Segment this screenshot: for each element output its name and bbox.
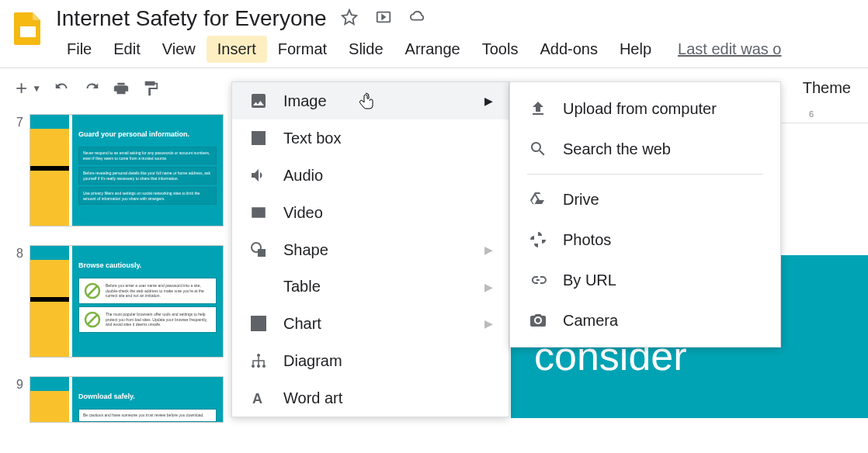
menu-file[interactable]: File (56, 36, 102, 63)
svg-point-13 (262, 365, 266, 368)
svg-point-10 (257, 354, 260, 357)
cloud-status-icon[interactable] (409, 9, 426, 29)
chart-icon (248, 314, 269, 333)
insert-audio[interactable]: Audio (232, 157, 509, 194)
svg-text:A: A (252, 391, 262, 406)
slide-thumbnail-7[interactable]: Guard your personal information. Never r… (30, 114, 224, 226)
menu-addons[interactable]: Add-ons (529, 36, 609, 63)
print-button[interactable] (113, 80, 130, 97)
image-icon (248, 92, 269, 110)
thumb-number: 7 (9, 114, 30, 130)
theme-button[interactable]: Theme (803, 79, 851, 97)
image-photos[interactable]: Photos (510, 220, 780, 260)
slides-logo[interactable] (9, 9, 47, 47)
menu-view[interactable]: View (151, 36, 207, 63)
image-upload-from-computer[interactable]: Upload from computer (510, 88, 780, 129)
menu-help[interactable]: Help (609, 36, 662, 63)
search-icon (527, 140, 549, 158)
camera-icon (527, 311, 549, 330)
diagram-icon (248, 351, 269, 370)
new-slide-dropdown[interactable]: ▼ (32, 83, 41, 94)
image-submenu: Upload from computer Search the web Driv… (509, 81, 781, 348)
thumb-number: 8 (9, 245, 30, 261)
link-icon (527, 271, 549, 289)
insert-table[interactable]: Table ▶ (232, 268, 509, 305)
last-edit-link[interactable]: Last edit was o (678, 40, 781, 58)
insert-diagram[interactable]: Diagram (232, 342, 509, 379)
video-icon (248, 203, 269, 222)
upload-icon (527, 99, 549, 118)
chevron-right-icon: ▶ (484, 95, 493, 107)
redo-button[interactable] (83, 80, 100, 97)
photos-icon (527, 230, 549, 249)
no-sign-icon (83, 310, 102, 329)
insert-chart[interactable]: Chart ▶ (232, 305, 509, 342)
svg-rect-0 (20, 26, 36, 37)
svg-line-5 (88, 315, 97, 324)
slide-thumbnail-9[interactable]: Download safely. Be cautious and have so… (30, 376, 224, 423)
shape-icon (248, 240, 269, 259)
menu-slide[interactable]: Slide (338, 36, 394, 63)
paint-format-button[interactable] (142, 80, 159, 97)
insert-video[interactable]: Video (232, 194, 509, 231)
wordart-icon: A (248, 389, 269, 407)
image-drive[interactable]: Drive (510, 179, 780, 220)
document-title[interactable]: Internet Safety for Everyone (56, 6, 327, 31)
mouse-cursor (359, 92, 377, 118)
no-sign-icon (83, 282, 102, 300)
insert-dropdown-menu: Image ▶ Text box Audio Video Shape ▶ Tab… (231, 81, 509, 417)
undo-button[interactable] (54, 80, 71, 97)
menu-format[interactable]: Format (267, 36, 338, 63)
svg-rect-8 (258, 249, 266, 257)
thumb-number: 9 (9, 376, 30, 392)
chevron-right-icon: ▶ (484, 317, 493, 330)
insert-wordart[interactable]: A Word art (232, 379, 509, 417)
image-search-web[interactable]: Search the web (510, 129, 780, 169)
audio-icon (248, 166, 269, 185)
insert-textbox[interactable]: Text box (232, 119, 509, 157)
slide-thumbnail-panel: 7 Guard your personal information. Never… (0, 108, 231, 453)
move-icon[interactable] (375, 9, 392, 29)
menu-arrange[interactable]: Arrange (394, 36, 471, 63)
menu-edit[interactable]: Edit (102, 36, 151, 63)
menu-divider (527, 174, 763, 175)
new-slide-button[interactable]: + (12, 76, 30, 100)
image-by-url[interactable]: By URL (510, 260, 780, 300)
slide-thumbnail-8[interactable]: Browse cautiously. Before you enter a us… (30, 245, 224, 358)
menu-tools[interactable]: Tools (471, 36, 529, 63)
svg-line-3 (88, 286, 97, 296)
textbox-icon (248, 129, 269, 147)
menubar: File Edit View Insert Format Slide Arran… (56, 36, 859, 63)
drive-icon (527, 190, 549, 209)
star-icon[interactable] (341, 9, 358, 29)
image-camera[interactable]: Camera (510, 300, 780, 341)
svg-point-11 (252, 365, 255, 368)
chevron-right-icon: ▶ (484, 281, 493, 293)
insert-shape[interactable]: Shape ▶ (232, 231, 509, 268)
chevron-right-icon: ▶ (484, 244, 493, 256)
menu-insert[interactable]: Insert (207, 36, 267, 63)
